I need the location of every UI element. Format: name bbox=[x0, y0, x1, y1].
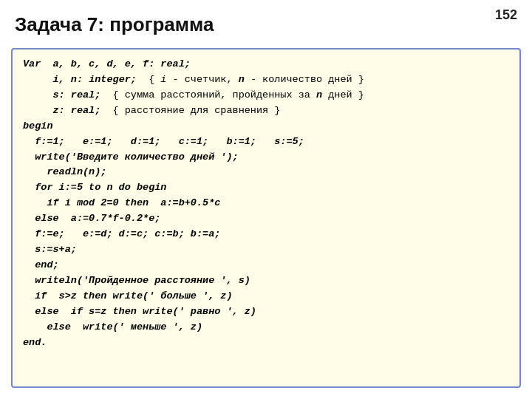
code-line-10: if i mod 2=0 then a:=b+0.5*c bbox=[23, 196, 509, 211]
code-line-12: f:=e; e:=d; d:=c; c:=b; b:=a; bbox=[23, 227, 509, 242]
code-line-8: readln(n); bbox=[23, 165, 509, 180]
code-line-4: z: real; { расстояние для сравнения } bbox=[23, 103, 509, 119]
code-line-7: write('Введите количество дней '); bbox=[23, 150, 509, 166]
page-number: 152 bbox=[495, 7, 517, 23]
code-line-19: end. bbox=[23, 335, 509, 351]
code-line-16: if s>z then write(' больше ', z) bbox=[23, 289, 509, 304]
code-line-1: Var a, b, c, d, e, f: real; bbox=[23, 57, 509, 72]
code-block: Var a, b, c, d, e, f: real; i, n: intege… bbox=[11, 48, 521, 388]
page-title: Задача 7: программа bbox=[15, 13, 214, 36]
code-line-18: else write(' меньше ', z) bbox=[23, 320, 509, 335]
code-line-9: for i:=5 to n do begin bbox=[23, 180, 509, 196]
code-line-5: begin bbox=[23, 119, 509, 134]
code-line-2: i, n: integer; { i - счетчик, n - количе… bbox=[23, 72, 509, 88]
code-line-3: s: real; { сумма расстояний, пройденных … bbox=[23, 88, 509, 103]
code-line-15: writeln('Пройденное расстояние ', s) bbox=[23, 273, 509, 289]
code-line-11: else a:=0.7*f-0.2*e; bbox=[23, 211, 509, 227]
code-line-6: f:=1; e:=1; d:=1; c:=1; b:=1; s:=5; bbox=[23, 134, 509, 150]
code-line-14: end; bbox=[23, 258, 509, 273]
code-line-17: else if s=z then write(' равно ', z) bbox=[23, 304, 509, 320]
code-line-13: s:=s+a; bbox=[23, 242, 509, 258]
